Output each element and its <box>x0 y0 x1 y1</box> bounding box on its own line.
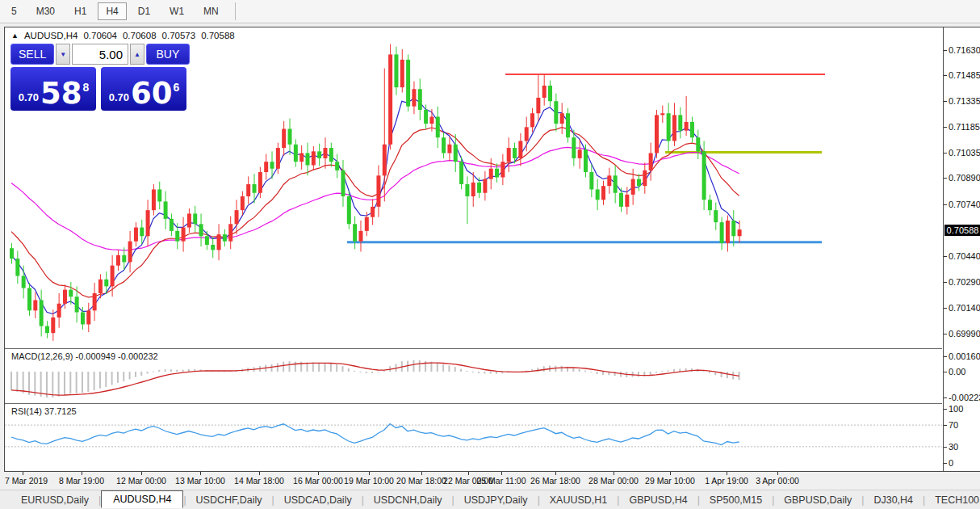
timeframe-button-m30[interactable]: M30 <box>28 2 63 20</box>
chart-window: ▲ AUDUSD,H4 0.70604 0.70608 0.70573 0.70… <box>4 27 980 472</box>
time-axis-tick <box>670 472 671 475</box>
timeframe-button-w1[interactable]: W1 <box>161 2 192 20</box>
price-axis-label: 0.70140 <box>949 303 980 313</box>
ohlc-high: 0.70608 <box>123 31 157 40</box>
tab-xauusd-h1[interactable]: XAUUSD,H1 <box>540 492 618 508</box>
price-axis-label: 0.71630 <box>949 45 980 55</box>
tab-eurusd-daily[interactable]: EURUSD,Daily <box>11 492 98 508</box>
timeframe-button-h1[interactable]: H1 <box>66 2 94 20</box>
price-axis-label: 0.70890 <box>949 173 980 183</box>
volume-increase-button[interactable]: ▲ <box>130 44 144 65</box>
time-axis-label: 25 Mar 11:00 <box>476 476 526 486</box>
time-axis-label: 1 Apr 19:00 <box>705 476 748 486</box>
time-axis-tick <box>259 472 260 475</box>
sell-price-panel[interactable]: 0.70 58 8 <box>10 67 96 111</box>
price-axis[interactable]: 0.716300.714850.713350.711850.710350.708… <box>943 27 980 471</box>
ma-fast-blue-line <box>11 99 739 314</box>
buy-price-panel[interactable]: 0.70 60 6 <box>101 67 186 111</box>
rsi-axis-label: 70 <box>949 420 958 430</box>
time-axis-label: 26 Mar 18:00 <box>530 476 580 486</box>
time-axis-label: 19 Mar 10:00 <box>344 476 394 486</box>
time-axis-tick <box>369 472 370 475</box>
macd-label: MACD(12,26,9) -0.000949 -0.000232 <box>11 351 158 361</box>
sell-price-pip-digit: 8 <box>83 81 90 94</box>
timeframe-button-mn[interactable]: MN <box>195 2 227 20</box>
ohlc-low: 0.70573 <box>162 31 196 40</box>
ma-mid-red-line <box>11 128 739 297</box>
price-pane[interactable]: ▲ AUDUSD,H4 0.70604 0.70608 0.70573 0.70… <box>5 27 942 348</box>
tab-usdjpy-daily[interactable]: USDJPY,Daily <box>454 492 538 508</box>
buy-price-big-digits: 60 <box>131 80 173 107</box>
one-click-trading-widget: SELL ▼ ▲ BUY 0.70 58 8 <box>10 44 190 111</box>
rsi-pane[interactable]: RSI(14) 37.7125 <box>5 404 942 471</box>
time-axis-label: 16 Mar 00:00 <box>293 476 343 486</box>
tab-gbpusd-h4[interactable]: GBPUSD,H4 <box>619 492 697 508</box>
time-axis-tick <box>468 472 469 475</box>
time-axis-tick <box>421 472 422 475</box>
collapse-trade-panel-icon[interactable]: ▲ <box>11 32 19 40</box>
price-axis-label: 0.71035 <box>949 148 980 158</box>
time-axis-tick <box>614 472 614 475</box>
current-price-label: 0.70588 <box>944 225 980 236</box>
tab-audusd-h4[interactable]: AUDUSD,H4 <box>101 490 183 508</box>
time-axis-tick <box>501 472 502 475</box>
macd-axis-label: 0.001605 <box>949 351 980 361</box>
buy-price-pip-digit: 6 <box>174 81 180 94</box>
time-axis-label: 28 Mar 00:00 <box>588 476 639 486</box>
tab-usdcad-daily[interactable]: USDCAD,Daily <box>274 492 362 508</box>
ohlc-open: 0.70604 <box>83 31 117 40</box>
time-axis-tick <box>555 472 556 475</box>
tab-usdchf-daily[interactable]: USDCHF,Daily <box>186 492 272 508</box>
ohlc-close: 0.70588 <box>201 31 235 40</box>
macd-axis-label: 0.00 <box>949 367 965 376</box>
price-axis-label: 0.71335 <box>949 96 980 106</box>
rsi-line <box>11 424 739 445</box>
volume-input[interactable] <box>72 44 128 65</box>
volume-decrease-button[interactable]: ▼ <box>56 44 70 65</box>
tab-usdcnh-daily[interactable]: USDCNH,Daily <box>364 492 452 508</box>
price-axis-label: 0.70440 <box>949 251 980 261</box>
time-axis-label: 20 Mar 18:00 <box>396 476 446 486</box>
price-axis-label: 0.71185 <box>949 122 980 132</box>
rsi-chart[interactable] <box>5 404 942 471</box>
time-axis-tick <box>318 472 319 475</box>
rsi-axis-label: 0 <box>949 458 953 468</box>
tab-gbpusd-daily[interactable]: GBPUSD,Daily <box>774 492 861 508</box>
macd-histogram <box>10 360 740 398</box>
rsi-axis-label: 30 <box>949 442 958 452</box>
sell-button[interactable]: SELL <box>10 44 54 65</box>
ma-slow-magenta-line <box>11 147 739 250</box>
toolbar-separator <box>235 2 236 20</box>
time-axis[interactable]: 7 Mar 20198 Mar 19:0012 Mar 00:0013 Mar … <box>4 473 976 486</box>
time-axis-label: 12 Mar 00:00 <box>116 476 166 486</box>
macd-pane[interactable]: MACD(12,26,9) -0.000949 -0.000232 <box>5 349 942 403</box>
timeframe-button-5[interactable]: 5 <box>3 2 25 20</box>
buy-price-prefix: 0.70 <box>109 91 129 103</box>
sell-price-big-digits: 58 <box>40 80 82 107</box>
tab-dj30-h4[interactable]: DJ30,H4 <box>864 492 923 508</box>
time-axis-tick <box>200 472 201 475</box>
rsi-label: RSI(14) 37.7125 <box>11 406 77 416</box>
rsi-axis-label: 100 <box>949 404 963 414</box>
tab-tech100-h1[interactable]: TECH100,H1 <box>925 492 980 508</box>
time-axis-label: 7 Mar 2019 <box>5 476 48 486</box>
time-axis-tick <box>82 472 82 475</box>
price-axis-label: 0.69990 <box>949 329 980 339</box>
price-axis-label: 0.70290 <box>949 277 980 287</box>
time-axis-label: 3 Apr 00:00 <box>756 476 799 486</box>
timeframe-button-d1[interactable]: D1 <box>130 2 158 20</box>
time-axis-label: 14 Mar 18:00 <box>234 476 284 486</box>
symbol-tab-bar: EURUSD,Daily|AUDUSD,H4|USDCHF,Daily|USDC… <box>0 490 980 509</box>
time-axis-label: 8 Mar 19:00 <box>59 476 104 486</box>
time-axis-tick <box>777 472 778 475</box>
time-axis-label: 29 Mar 10:00 <box>645 476 695 486</box>
triangle-down-icon: ▼ <box>60 51 66 58</box>
macd-signal-line <box>11 363 739 395</box>
chart-ohlc-title: ▲ AUDUSD,H4 0.70604 0.70608 0.70573 0.70… <box>11 31 235 40</box>
timeframe-button-h4[interactable]: H4 <box>98 2 126 20</box>
buy-button[interactable]: BUY <box>146 44 190 65</box>
price-axis-label: 0.71485 <box>949 70 980 80</box>
sell-price-prefix: 0.70 <box>19 91 39 103</box>
time-axis-tick <box>727 472 727 475</box>
tab-sp500-m15[interactable]: SP500,M15 <box>700 492 772 508</box>
